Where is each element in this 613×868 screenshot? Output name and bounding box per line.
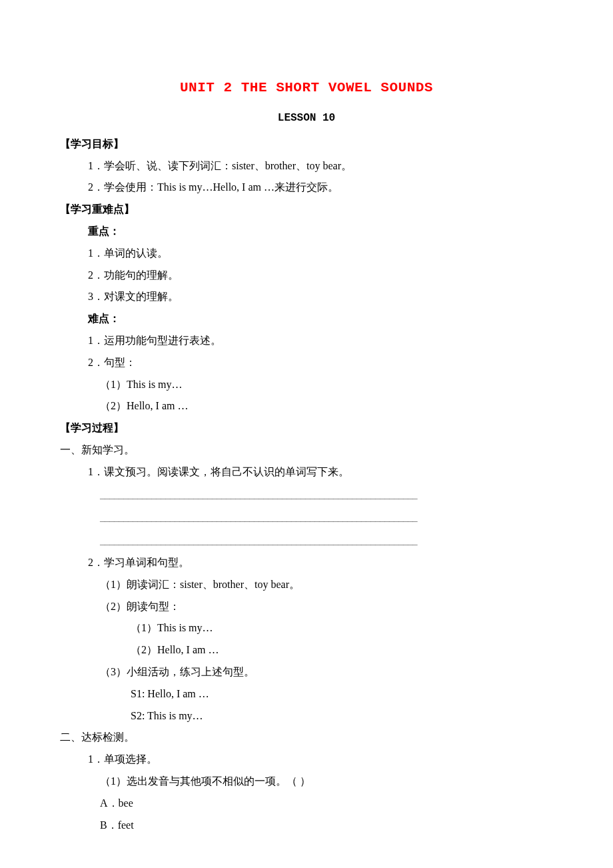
nandian-label: 难点： (60, 308, 553, 330)
quiz-item: 1．单项选择。 (60, 749, 553, 771)
blank-line: ________________________________________… (60, 506, 553, 529)
objective-item: 1．学会听、说、读下列词汇：sister、brother、toy bear。 (60, 155, 553, 177)
quiz-option: B．feet (60, 815, 553, 837)
process-item: 1．课文预习。阅读课文，将自己不认识的单词写下来。 (60, 461, 553, 483)
lesson-subtitle: LESSON 10 (60, 107, 553, 129)
zhongdian-label: 重点： (60, 221, 553, 243)
process-subitem: （3）小组活动，练习上述句型。 (60, 661, 553, 683)
nandian-item: 1．运用功能句型进行表述。 (60, 330, 553, 352)
blank-line: ________________________________________… (60, 483, 553, 507)
process-header: 【学习过程】 (60, 417, 553, 439)
objectives-header: 【学习目标】 (60, 133, 553, 155)
zhongdian-item: 3．对课文的理解。 (60, 286, 553, 308)
process-subsubitem: S1: Hello, I am … (60, 683, 553, 705)
process-subitem: （1）朗读词汇：sister、brother、toy bear。 (60, 574, 553, 596)
part2-label: 二、达标检测。 (60, 727, 553, 749)
blank-line: ________________________________________… (60, 529, 553, 553)
zhongdian-item: 1．单词的认读。 (60, 243, 553, 265)
keypoints-header: 【学习重难点】 (60, 199, 553, 221)
process-subsubitem: （1）This is my… (60, 617, 553, 639)
process-subsubitem: S2: This is my… (60, 705, 553, 727)
process-item: 2．学习单词和句型。 (60, 552, 553, 574)
quiz-question: （1）选出发音与其他项不相似的一项。（ ） (60, 771, 553, 793)
part1-label: 一、新知学习。 (60, 439, 553, 461)
nandian-subitem: （1）This is my… (60, 374, 553, 396)
unit-title: UNIT 2 THE SHORT VOWEL SOUNDS (60, 73, 553, 102)
process-subsubitem: （2）Hello, I am … (60, 639, 553, 661)
nandian-subitem: （2）Hello, I am … (60, 395, 553, 417)
zhongdian-item: 2．功能句的理解。 (60, 265, 553, 287)
quiz-option: A．bee (60, 793, 553, 815)
objective-item: 2．学会使用：This is my…Hello, I am …来进行交际。 (60, 177, 553, 199)
process-subitem: （2）朗读句型： (60, 596, 553, 618)
nandian-item: 2．句型： (60, 352, 553, 374)
